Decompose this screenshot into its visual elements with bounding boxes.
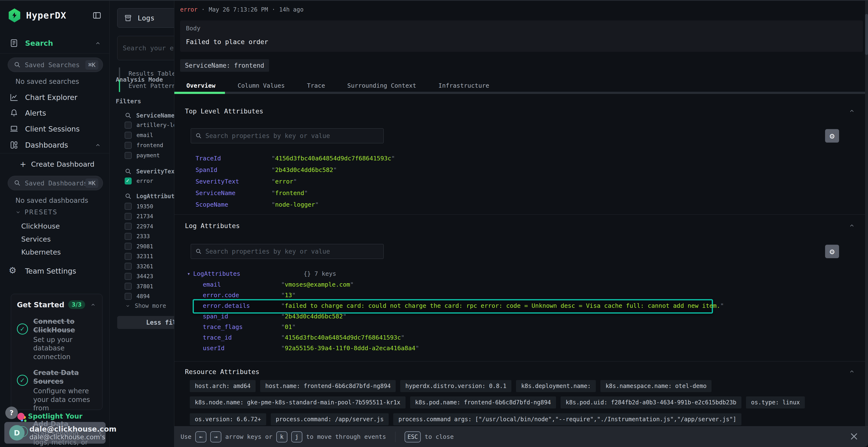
attribute-value[interactable]: frontend: [272, 190, 308, 197]
saved-dashboards-input[interactable]: ⌘K: [8, 176, 103, 190]
sidebar-item-client-sessions[interactable]: Client Sessions: [0, 122, 110, 136]
filter-checkbox-row[interactable]: payment: [125, 150, 174, 161]
presets-toggle[interactable]: PRESETS: [15, 209, 58, 216]
filter-group-severitytext[interactable]: SeverityText: [125, 168, 174, 175]
get-started-item[interactable]: ✓ Connect to ClickHouse Set up your data…: [17, 317, 96, 361]
chevron-up-icon[interactable]: [90, 303, 96, 307]
attribute-key[interactable]: SeverityText: [195, 178, 272, 185]
create-dashboard-button[interactable]: + Create Dashboard: [0, 157, 110, 171]
attribute-key[interactable]: SpanId: [195, 166, 272, 173]
event-search-input[interactable]: [123, 36, 174, 60]
chevron-up-icon[interactable]: [848, 108, 856, 113]
checkbox[interactable]: [125, 213, 132, 220]
attribute-row[interactable]: trace_flags 01: [203, 321, 854, 332]
attribute-value[interactable]: node-logger: [272, 201, 319, 208]
less-filters-button[interactable]: Less filters: [117, 316, 174, 329]
filter-checkbox-row[interactable]: error: [125, 176, 174, 186]
filter-checkbox-row[interactable]: artillery-loadgen: [125, 120, 174, 130]
attribute-value[interactable]: 13: [281, 291, 296, 299]
checkbox-checked[interactable]: [125, 177, 132, 184]
attribute-key[interactable]: ServiceName: [195, 190, 272, 197]
resource-attribute-badge[interactable]: k8s.pod.name: frontend-6b6c8d7bfd-ng894: [410, 397, 556, 409]
sidebar-item-team-settings[interactable]: ⚙ Team Settings: [0, 264, 110, 278]
get-started-item[interactable]: ✓ Create Data Sources Configure where yo…: [17, 369, 96, 413]
checkbox[interactable]: [125, 293, 132, 300]
preset-dashboard-item[interactable]: Services: [0, 233, 110, 246]
attribute-key[interactable]: TraceId: [195, 155, 272, 162]
attribute-key[interactable]: trace_flags: [203, 323, 281, 331]
detail-tab[interactable]: Infrastructure: [438, 82, 489, 89]
saved-searches-input[interactable]: ⌘K: [8, 58, 103, 72]
resource-attribute-badge[interactable]: k8s.pod.uid: f284fb2d-a0b3-4634-991b-e2c…: [561, 397, 741, 409]
attribute-key[interactable]: error.code: [203, 291, 281, 299]
filter-group-servicename[interactable]: ServiceName: [125, 112, 174, 119]
top-attributes-search-input[interactable]: [206, 132, 379, 139]
filter-checkbox-row[interactable]: 34423: [125, 271, 174, 281]
checkbox[interactable]: [125, 132, 132, 139]
filter-group-logattributes[interactable]: LogAttributes: [125, 193, 174, 200]
log-attributes-search-input[interactable]: [206, 248, 379, 255]
chevron-up-icon[interactable]: [848, 369, 856, 374]
attribute-key[interactable]: userId: [203, 345, 281, 352]
detail-tab[interactable]: Overview: [186, 82, 215, 89]
log-attributes-tree-root[interactable]: ▾ LogAttributes {} 7 keys: [187, 269, 336, 278]
checkbox[interactable]: [125, 152, 132, 159]
attribute-value[interactable]: vmoses@example.com: [281, 281, 354, 288]
resource-attribute-badge[interactable]: host.arch: amd64: [190, 380, 255, 392]
close-icon[interactable]: [849, 431, 859, 442]
gear-icon[interactable]: ⚙: [825, 245, 839, 258]
attribute-row[interactable]: span_id 2b43d0c4dd6bc582: [203, 311, 854, 321]
attribute-row[interactable]: trace_id 4156d3fbc40a64854d9dc7f68641593…: [203, 332, 854, 343]
event-search-box[interactable]: [117, 36, 174, 60]
checkbox[interactable]: [125, 283, 132, 290]
attribute-key[interactable]: error.details: [203, 302, 281, 309]
detail-tab[interactable]: Surrounding Context: [347, 82, 416, 89]
filter-checkbox-row[interactable]: 19350: [125, 201, 174, 211]
filter-checkbox-row[interactable]: email: [125, 130, 174, 140]
checkbox[interactable]: [125, 122, 132, 129]
sidebar-item-chart-explorer[interactable]: Chart Explorer: [0, 90, 110, 104]
checkbox[interactable]: [125, 223, 132, 230]
resource-attribute-badge[interactable]: host.name: frontend-6b6c8d7bfd-ng894: [260, 380, 396, 392]
service-name-badge[interactable]: ServiceName: frontend: [180, 59, 269, 72]
attribute-row[interactable]: ScopeName node-logger: [195, 199, 846, 210]
filter-checkbox-row[interactable]: 32311: [125, 251, 174, 262]
filter-checkbox-row[interactable]: 29081: [125, 241, 174, 251]
celebration-item[interactable]: Spotlight Your: [18, 412, 83, 420]
filter-checkbox-row[interactable]: 4894: [125, 291, 174, 302]
attribute-row[interactable]: error.code 13: [203, 290, 854, 300]
attribute-key[interactable]: span_id: [203, 313, 281, 320]
tree-root-key[interactable]: LogAttributes: [193, 270, 240, 277]
attribute-value[interactable]: 01: [281, 323, 296, 331]
detail-tab[interactable]: Trace: [307, 82, 325, 89]
attribute-value[interactable]: error: [272, 178, 297, 185]
help-button[interactable]: ?: [5, 407, 18, 419]
preset-dashboard-item[interactable]: Kubernetes: [0, 246, 110, 259]
attribute-row[interactable]: error.details failed to charge card: cou…: [203, 300, 854, 311]
attribute-key[interactable]: trace_id: [203, 334, 281, 341]
scrollbar[interactable]: [865, 0, 868, 426]
source-select-button[interactable]: Logs: [117, 8, 174, 28]
analysis-mode-option[interactable]: Results Table: [119, 67, 174, 80]
chevron-up-icon[interactable]: [94, 41, 101, 45]
chevron-up-icon[interactable]: [848, 223, 856, 228]
chevron-up-icon[interactable]: [94, 143, 101, 147]
attribute-value[interactable]: 92a55156-39a4-11f0-8ddd-a2eca416a8a4: [281, 345, 419, 352]
log-attributes-search[interactable]: [191, 244, 383, 259]
filter-checkbox-row[interactable]: 2333: [125, 232, 174, 242]
filter-checkbox-row[interactable]: 33261: [125, 261, 174, 271]
saved-dashboards-field[interactable]: [25, 179, 85, 187]
sidebar-item-search[interactable]: Search: [0, 36, 110, 50]
checkbox[interactable]: [125, 263, 132, 270]
analysis-mode-option[interactable]: Event Patterns: [119, 80, 174, 92]
caret-down-icon[interactable]: ▾: [187, 271, 190, 277]
checkbox[interactable]: [125, 203, 132, 210]
attribute-row[interactable]: ServiceName frontend: [195, 187, 846, 199]
resource-attribute-badge[interactable]: process.command: /app/server.js: [271, 413, 389, 425]
checkbox[interactable]: [125, 142, 132, 149]
filter-checkbox-row[interactable]: 22974: [125, 221, 174, 232]
show-more-button[interactable]: Show more: [125, 303, 166, 309]
attribute-value[interactable]: 2b43d0c4dd6bc582: [281, 313, 346, 320]
resource-attribute-badge[interactable]: k8s.deployment.name:: [516, 380, 596, 392]
checkbox[interactable]: [125, 233, 132, 240]
